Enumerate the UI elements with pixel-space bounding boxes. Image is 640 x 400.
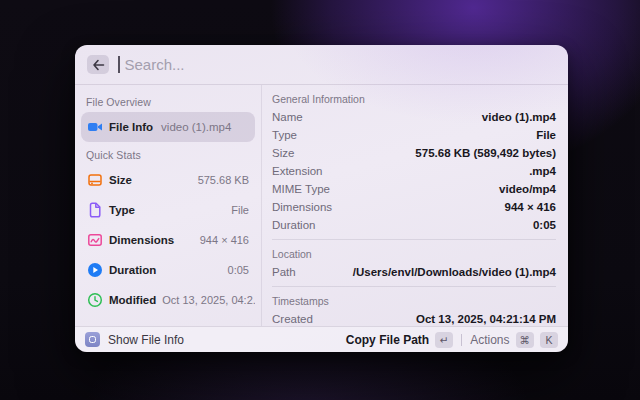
detail-label: Path [272, 266, 296, 278]
k-keycap[interactable]: K [540, 332, 558, 348]
section-divider [272, 239, 556, 240]
stat-label: Size [109, 174, 132, 186]
search-bar [75, 45, 568, 85]
detail-row-duration: Duration 0:05 [272, 216, 556, 234]
section-divider [272, 286, 556, 287]
stat-value: Oct 13, 2025, 04:2... [162, 294, 255, 306]
detail-label: Type [272, 129, 297, 141]
sidebar-item-modified[interactable]: Modified Oct 13, 2025, 04:2... [81, 285, 255, 315]
detail-label: Size [272, 147, 294, 159]
sidebar-item-file-info[interactable]: File Info video (1).mp4 [81, 112, 255, 142]
footer-divider [461, 334, 462, 346]
sidebar-item-duration[interactable]: Duration 0:05 [81, 255, 255, 285]
sidebar-item-filename: video (1).mp4 [161, 121, 231, 133]
detail-value: video (1).mp4 [482, 111, 556, 123]
detail-row-path: Path /Users/envl/Downloads/video (1).mp4 [272, 263, 556, 281]
sidebar-section-title: File Overview [86, 96, 251, 108]
detail-row-extension: Extension .mp4 [272, 162, 556, 180]
detail-row-created: Created Oct 13, 2025, 04:21:14 PM [272, 310, 556, 326]
play-circle-icon [87, 262, 103, 278]
detail-value: 944 × 416 [505, 201, 556, 213]
document-icon [87, 202, 103, 218]
detail-section-title: Location [272, 245, 556, 263]
action-bar: Show File Info Copy File Path ↵ Actions … [75, 326, 568, 352]
stat-value: 944 × 416 [200, 234, 249, 246]
back-button[interactable] [87, 55, 109, 74]
cmd-keycap[interactable]: ⌘ [516, 332, 535, 348]
search-input[interactable] [125, 56, 557, 73]
stat-value: File [231, 204, 249, 216]
detail-row-size: Size 575.68 KB (589,492 bytes) [272, 144, 556, 162]
sidebar-item-size[interactable]: Size 575.68 KB [81, 165, 255, 195]
detail-value: video/mp4 [499, 183, 556, 195]
detail-label: Dimensions [272, 201, 332, 213]
actions-button[interactable]: Actions [470, 333, 509, 347]
copy-file-path-button[interactable]: Copy File Path [346, 333, 429, 347]
detail-value: 0:05 [533, 219, 556, 231]
clock-icon [87, 292, 103, 308]
sidebar-section-title: Quick Stats [86, 149, 251, 161]
text-caret [118, 56, 120, 73]
sidebar: File Overview File Info video (1).mp4 Qu… [75, 85, 262, 326]
detail-section-title: Timestamps [272, 292, 556, 310]
detail-row-dimensions: Dimensions 944 × 416 [272, 198, 556, 216]
stat-value: 0:05 [228, 264, 249, 276]
footer-actions: Copy File Path ↵ Actions ⌘ K [346, 332, 558, 348]
sidebar-item-label: File Info [109, 121, 153, 133]
detail-panel: General Information Name video (1).mp4 T… [262, 85, 568, 326]
detail-value: /Users/envl/Downloads/video (1).mp4 [353, 266, 556, 278]
detail-section-title: General Information [272, 90, 556, 108]
detail-label: Extension [272, 165, 323, 177]
window-body: File Overview File Info video (1).mp4 Qu… [75, 85, 568, 326]
sidebar-item-dimensions[interactable]: Dimensions 944 × 416 [81, 225, 255, 255]
detail-row-name: Name video (1).mp4 [272, 108, 556, 126]
detail-label: Duration [272, 219, 315, 231]
launcher-window: File Overview File Info video (1).mp4 Qu… [75, 45, 568, 352]
extension-icon [85, 332, 100, 347]
command-title: Show File Info [108, 333, 184, 347]
arrow-left-icon [92, 59, 105, 71]
detail-value: 575.68 KB (589,492 bytes) [415, 147, 556, 159]
video-camera-icon [87, 119, 103, 135]
stat-value: 575.68 KB [198, 174, 249, 186]
sidebar-item-type[interactable]: Type File [81, 195, 255, 225]
detail-label: Created [272, 313, 313, 325]
drive-icon [87, 172, 103, 188]
detail-row-mime-type: MIME Type video/mp4 [272, 180, 556, 198]
detail-value: File [536, 129, 556, 141]
detail-row-type: Type File [272, 126, 556, 144]
return-keycap[interactable]: ↵ [435, 332, 453, 348]
detail-value: .mp4 [529, 165, 556, 177]
detail-label: MIME Type [272, 183, 330, 195]
stat-label: Modified [109, 294, 156, 306]
stat-label: Duration [109, 264, 156, 276]
image-icon [87, 232, 103, 248]
stat-label: Type [109, 204, 135, 216]
detail-label: Name [272, 111, 303, 123]
stat-label: Dimensions [109, 234, 174, 246]
detail-value: Oct 13, 2025, 04:21:14 PM [416, 313, 556, 325]
